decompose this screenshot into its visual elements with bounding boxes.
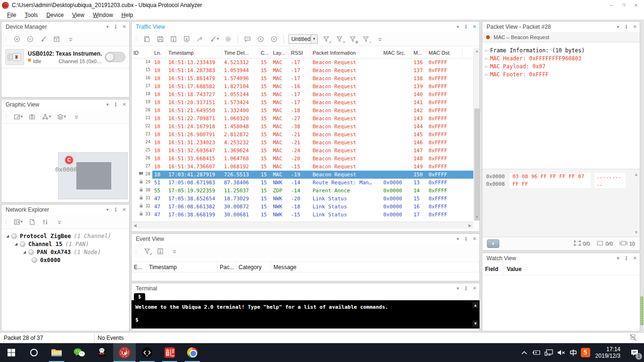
pin-icon[interactable]: [113, 207, 118, 213]
scroll-up-icon[interactable]: ▲: [474, 48, 480, 54]
expand-caret-icon[interactable]: ▷: [485, 72, 487, 77]
traffic-horizontal-scrollbar[interactable]: ◀ ▶: [132, 222, 473, 229]
taskbar-wechat[interactable]: [68, 343, 91, 362]
pin-icon[interactable]: [624, 25, 629, 30]
filter-remove-icon[interactable]: −: [361, 34, 371, 44]
column-header[interactable]: Timestamp: [166, 48, 222, 58]
packet-row-24[interactable]: 241016:51:31.2340234.25323215MAC-21Beaco…: [132, 139, 479, 147]
network-display-icon[interactable]: [543, 343, 555, 362]
column-header[interactable]: Field: [482, 263, 504, 275]
column-header[interactable]: Ln.: [152, 48, 166, 58]
close-panel-icon[interactable]: ✕: [123, 207, 126, 212]
packet-row-17[interactable]: 171016:51:17.6885821.82710415MAC-16Beaco…: [132, 82, 479, 90]
share-icon[interactable]: [195, 34, 205, 44]
event-table-header[interactable]: E...TimestampPac...CategoryMessage: [132, 261, 479, 272]
save-packets-icon[interactable]: [156, 34, 165, 44]
scroll-export-icon[interactable]: [182, 34, 191, 44]
column-header[interactable]: Category: [236, 262, 271, 272]
close-panel-icon[interactable]: ✕: [123, 25, 126, 29]
pin-icon[interactable]: [463, 286, 469, 291]
minimize-button[interactable]: —: [606, 1, 617, 9]
menu-window[interactable]: Window: [89, 12, 117, 18]
taskbar-ubiqua[interactable]: [113, 343, 136, 362]
scroll-up-icon[interactable]: ▲: [472, 302, 479, 308]
comment-icon[interactable]: [243, 34, 252, 44]
terminal-scrollbar[interactable]: ▲ ▼: [472, 302, 479, 327]
packet-row-14[interactable]: 141016:51:13.2334394.52131215MAC-17Beaco…: [132, 58, 479, 66]
menu-view[interactable]: View: [68, 12, 89, 18]
graphic-canvas[interactable]: C 0x0000: [1, 124, 129, 202]
toolbar-grip[interactable]: ⋮: [133, 36, 138, 42]
list-view-icon[interactable]: [12, 217, 22, 227]
selected-node-rect[interactable]: [76, 162, 111, 189]
close-panel-icon[interactable]: ✕: [473, 286, 477, 291]
close-panel-icon[interactable]: ✕: [123, 102, 126, 107]
packet-row-31[interactable]: 314717:05:38.65265418.7302915NWK-20Link …: [132, 195, 479, 203]
taskbar-qq[interactable]: [91, 343, 113, 362]
copy-packets-icon[interactable]: [142, 34, 152, 44]
watch-table-header[interactable]: FieldValue: [482, 263, 640, 275]
tree-node-channel-15[interactable]: Channel 15(1 PAN): [1, 240, 129, 248]
scroll-import-icon[interactable]: [169, 34, 178, 44]
filter-check-icon[interactable]: ✓: [322, 34, 331, 44]
filter-add-icon[interactable]: +: [335, 34, 344, 44]
panel-menu-icon[interactable]: ▾: [107, 25, 109, 29]
taskbar-youdao[interactable]: [158, 343, 181, 362]
schedule-icon[interactable]: [52, 34, 61, 44]
column-header[interactable]: Packet Information: [311, 48, 381, 58]
column-header[interactable]: MAC Dst.: [427, 48, 462, 58]
pin-icon[interactable]: [463, 25, 469, 30]
packet-row-32[interactable]: 324717:06:08.66138230.0087215NWK-18Link …: [132, 203, 479, 211]
pin-icon[interactable]: [113, 25, 118, 30]
close-panel-icon[interactable]: ✕: [633, 256, 637, 261]
column-header[interactable]: C...: [259, 48, 271, 58]
terminal-output[interactable]: Welcome to the Ubiqua 2.0 terminal! Type…: [132, 300, 479, 329]
pin-icon[interactable]: [463, 237, 469, 242]
taskbar-devtool[interactable]: [136, 343, 158, 362]
comment-prev-icon[interactable]: [256, 34, 265, 44]
menu-device[interactable]: Device: [42, 12, 68, 18]
packet-row-25[interactable]: 251016:51:32.6036471.36962415MAC-24Beaco…: [132, 147, 479, 155]
hex-row[interactable]: 0x0008FF FF..: [486, 181, 632, 188]
column-header[interactable]: Lay...: [271, 48, 289, 58]
packet-row-30[interactable]: 305517:05:19.92235911.2503715ZDP-14Paren…: [132, 187, 479, 195]
remove-device-icon[interactable]: [25, 34, 35, 44]
scroll-down-icon[interactable]: ▼: [472, 321, 479, 327]
panel-menu-icon[interactable]: ▾: [617, 256, 619, 261]
packet-row-27[interactable]: 271016:51:34.7366071.06819215MAC-15Beaco…: [132, 163, 479, 171]
close-button[interactable]: ✕: [631, 1, 641, 9]
column-header[interactable]: Message: [271, 262, 479, 272]
traffic-vertical-scrollbar[interactable]: ▲ ▼: [473, 48, 479, 220]
packet-row-18[interactable]: 181016:51:18.7437271.05514415MAC-17Beaco…: [132, 90, 479, 99]
packet-row-34[interactable]: 34.: [132, 219, 479, 219]
column-header[interactable]: Value: [504, 263, 524, 275]
edit-board-icon[interactable]: [12, 112, 22, 122]
menu-file[interactable]: File: [3, 12, 20, 18]
scroll-thumb[interactable]: [474, 108, 479, 221]
packet-row-16[interactable]: 161016:51:15.8614791.57409615MAC-17Beaco…: [132, 74, 479, 82]
packet-row-33[interactable]: 334717:06:38.66819930.0068115NWK-15Link …: [132, 211, 479, 219]
packet-row-20[interactable]: 201016:51:21.6495501.33240015MAC-18Beaco…: [132, 107, 479, 115]
cortana-search-button[interactable]: [23, 343, 45, 362]
tray-expand-icon[interactable]: [518, 343, 530, 362]
combo-dropdown-icon[interactable]: ▼: [311, 35, 317, 43]
toolbar-overflow-icon[interactable]: [66, 34, 75, 44]
traffic-table-header[interactable]: IDLn.TimestampTime Del...C...Lay...RSSIP…: [132, 48, 479, 58]
panel-menu-icon[interactable]: ▾: [107, 102, 109, 107]
power-battery-icon[interactable]: [530, 343, 543, 362]
scroll-import-icon[interactable]: [156, 247, 165, 256]
scroll-down-icon[interactable]: ▼: [474, 214, 480, 220]
column-header[interactable]: E...: [132, 262, 147, 272]
hex-options-button[interactable]: ▼: [487, 239, 499, 248]
taskbar-chrome[interactable]: [181, 343, 204, 362]
filter-preset-combo[interactable]: Untitled ▼: [289, 34, 318, 44]
scroll-down-icon[interactable]: ▼: [634, 230, 638, 235]
hex-scrollbar[interactable]: ▲ ▼: [633, 172, 638, 235]
add-device-icon[interactable]: [12, 34, 22, 44]
packet-row-29[interactable]: 295117:05:08.67198387.3840615NWK-14Route…: [132, 179, 479, 187]
toolbar-grip[interactable]: ⋮: [3, 219, 8, 225]
pin-icon[interactable]: [624, 256, 629, 261]
packet-tree-node[interactable]: ▷MAC Header: 0xFFFFFFFF960803: [485, 54, 640, 62]
panel-menu-icon[interactable]: ▾: [107, 207, 109, 212]
expand-caret-icon[interactable]: ▷: [485, 64, 487, 69]
